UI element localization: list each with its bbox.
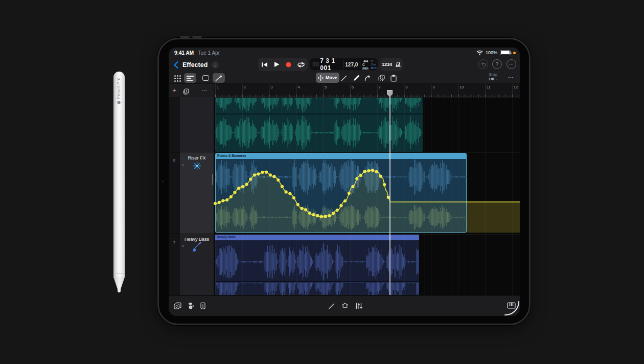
automation-point[interactable]: [221, 199, 224, 202]
automation-point[interactable]: [269, 173, 272, 176]
automation-point[interactable]: [304, 208, 307, 211]
automation-point[interactable]: [371, 169, 374, 172]
paste-button[interactable]: [387, 73, 400, 83]
pencil-tool-button[interactable]: [351, 73, 362, 83]
copy-button[interactable]: [375, 73, 387, 83]
automation-point[interactable]: [351, 185, 354, 188]
bar-number: 6: [352, 85, 354, 89]
automation-point[interactable]: [237, 187, 240, 190]
track-header-tools: + ⋯: [169, 83, 214, 97]
automation-point[interactable]: [277, 178, 280, 181]
automation-point[interactable]: [229, 195, 233, 198]
automation-point[interactable]: [312, 213, 315, 216]
move-tool-button[interactable]: Move: [316, 73, 339, 83]
fader-icon: [200, 302, 205, 309]
help-button[interactable]: ?: [492, 59, 502, 69]
automation-point[interactable]: [288, 192, 291, 195]
duplicate-track-button[interactable]: [183, 87, 189, 97]
add-track-button[interactable]: +: [172, 86, 176, 94]
automation-point[interactable]: [225, 198, 228, 201]
lcd-display[interactable]: 00 7 3 1 001 127,0 4/4C min In OutMIDI: [310, 58, 378, 71]
countin-metronome-group: 1234: [380, 58, 403, 71]
automation-point[interactable]: [375, 170, 378, 173]
browser-button[interactable]: [188, 302, 194, 309]
track-header-heavy-bass[interactable]: Heavy Bass: [180, 234, 214, 295]
track-header-more-button[interactable]: ⋯: [201, 87, 208, 94]
automation-point[interactable]: [363, 170, 366, 173]
cycle-button[interactable]: [297, 62, 305, 67]
automation-point[interactable]: [355, 177, 358, 180]
automation-point[interactable]: [320, 215, 323, 218]
automation-point[interactable]: [253, 173, 256, 176]
automation-point[interactable]: [324, 215, 327, 218]
automation-point[interactable]: [379, 174, 382, 177]
automation-point[interactable]: [383, 183, 386, 186]
volume-down-button: [192, 36, 202, 38]
automation-point[interactable]: [272, 175, 275, 178]
toolbar-more-button[interactable]: ⋯: [508, 74, 514, 81]
play-button[interactable]: [274, 61, 280, 67]
automation-point[interactable]: [261, 171, 264, 174]
loop-browser-icon: [174, 302, 181, 309]
undo-button[interactable]: [478, 59, 488, 69]
automation-point[interactable]: [332, 212, 335, 215]
automation-point[interactable]: [245, 183, 248, 186]
marketing-stage: { "pencil": {"label": "Pencil Pro"}, "st…: [0, 0, 644, 364]
track-header-6[interactable]: [180, 97, 214, 152]
lcd-ghost-digits: 00: [312, 61, 319, 68]
record-button[interactable]: [286, 62, 291, 67]
metronome-icon[interactable]: [395, 61, 401, 67]
view-tracks-button[interactable]: [184, 73, 196, 83]
view-automation-button[interactable]: [213, 73, 225, 83]
automation-point[interactable]: [300, 207, 303, 210]
snap-setting[interactable]: Snap 1/8 ⌄: [486, 72, 501, 82]
project-dropdown-button[interactable]: ⌄: [212, 61, 219, 69]
automation-point[interactable]: [339, 204, 342, 207]
line-tool-button[interactable]: [338, 73, 350, 83]
automation-point[interactable]: [359, 174, 362, 177]
go-to-beginning-button[interactable]: [261, 62, 268, 67]
plugins-button[interactable]: [341, 302, 349, 309]
view-cell-button[interactable]: [199, 73, 212, 83]
automation-point[interactable]: [308, 212, 311, 215]
automation-point[interactable]: [281, 185, 284, 188]
status-time: 9:41 AM: [174, 50, 194, 56]
automation-point[interactable]: [241, 185, 244, 188]
automation-point[interactable]: [249, 177, 252, 180]
track-number: 6: [169, 158, 180, 163]
editor-pencil-icon: [328, 303, 335, 309]
mic-indicator-dot: [513, 52, 516, 54]
view-grid-button[interactable]: [171, 73, 183, 83]
automation-point[interactable]: [316, 214, 319, 217]
track-header-riser-fx[interactable]: Riser FX: [180, 152, 214, 234]
automation-point[interactable]: [296, 203, 300, 206]
automation-point[interactable]: [265, 171, 268, 174]
automation-point[interactable]: [285, 190, 288, 193]
cell-icon: [202, 75, 209, 81]
automation-point[interactable]: [292, 196, 295, 199]
automation-point[interactable]: [348, 192, 351, 195]
back-chevron-icon[interactable]: [174, 61, 178, 69]
curve-tool-button[interactable]: [362, 73, 373, 83]
more-options-button[interactable]: ⋯: [507, 59, 516, 69]
grid-icon: [174, 75, 176, 77]
channel-strip-button[interactable]: [200, 302, 205, 309]
count-in-button[interactable]: 1234: [382, 62, 392, 67]
automation-point[interactable]: [214, 202, 217, 205]
track-name: Heavy Bass: [180, 237, 214, 242]
mixer-button[interactable]: [355, 303, 362, 309]
automation-point[interactable]: [343, 199, 347, 202]
automation-point[interactable]: [233, 191, 236, 194]
automation-curve[interactable]: [214, 97, 520, 295]
automation-point[interactable]: [367, 169, 370, 172]
track-state-dot: [182, 164, 184, 166]
header-scroll-indicator: [212, 174, 213, 185]
editor-button[interactable]: [328, 303, 335, 309]
loop-browser-button[interactable]: [174, 302, 181, 309]
battery-icon: [500, 50, 511, 55]
automation-point[interactable]: [328, 214, 331, 217]
automation-point[interactable]: [218, 201, 221, 204]
automation-point[interactable]: [336, 209, 339, 212]
automation-point[interactable]: [257, 172, 260, 175]
timeline-ruler[interactable]: 123456789101112: [214, 83, 520, 97]
